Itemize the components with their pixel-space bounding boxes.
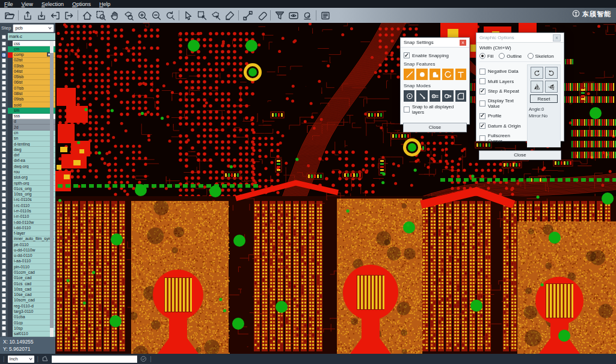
layer-color-swatch[interactable]: [8, 52, 13, 58]
layer-row-05lsb[interactable]: 05lsb: [0, 75, 55, 80]
option-step-repeat[interactable]: Step & Repeat: [479, 88, 525, 94]
layer-color-swatch[interactable]: [8, 41, 13, 46]
layer-row-slot-org[interactable]: slot-org: [0, 175, 55, 180]
layer-color-swatch[interactable]: [8, 276, 13, 281]
layer-row-i-rc-0110s[interactable]: i-rc-0110s: [0, 197, 55, 203]
snap-line-button[interactable]: [404, 69, 414, 80]
layer-color-swatch[interactable]: [8, 192, 13, 197]
layer-row-pin-0110[interactable]: pin-0110: [0, 264, 55, 270]
save-up-icon[interactable]: [20, 9, 34, 22]
width-radio-skeleton[interactable]: Skeleton: [528, 53, 554, 59]
layer-checkbox[interactable]: [2, 259, 6, 264]
layer-checkbox[interactable]: [2, 131, 6, 135]
snap-arc-button[interactable]: [442, 69, 453, 80]
layer-color-swatch[interactable]: [8, 242, 13, 247]
layer-color-swatch[interactable]: [8, 136, 13, 141]
layer-color-swatch[interactable]: [8, 236, 13, 242]
layer-checkbox[interactable]: [2, 293, 6, 297]
rotate-cw-button[interactable]: [531, 67, 543, 79]
layer-checkbox[interactable]: [2, 109, 6, 113]
mode-contour-button[interactable]: [442, 90, 453, 102]
filter-icon[interactable]: [273, 9, 286, 22]
layer-checkbox[interactable]: [2, 147, 6, 152]
layer-color-swatch[interactable]: [8, 231, 13, 236]
layer-row-01cba[interactable]: 01cba: [0, 315, 55, 320]
layer-checkbox[interactable]: [2, 298, 6, 303]
layer-color-swatch[interactable]: [8, 147, 13, 152]
zoom-out-icon[interactable]: [149, 9, 163, 22]
layer-color-swatch[interactable]: [8, 141, 13, 147]
layer-checkbox[interactable]: [2, 282, 6, 286]
layer-color-swatch[interactable]: [8, 281, 13, 286]
layer-checkbox[interactable]: [2, 203, 6, 208]
layer-color-swatch[interactable]: [8, 85, 13, 91]
layer-checkbox[interactable]: [2, 92, 6, 96]
menu-item-selection[interactable]: Selection: [37, 1, 68, 7]
corner-page-icon[interactable]: [42, 354, 49, 364]
layer-checkbox[interactable]: [2, 164, 6, 168]
mode-corner-button[interactable]: [455, 90, 466, 102]
snap-close-button[interactable]: Close: [403, 123, 467, 132]
layer-color-swatch[interactable]: [8, 58, 13, 63]
layer-color-swatch[interactable]: [8, 259, 13, 264]
layer-row-i-rr-0110s[interactable]: i-rr-0110s: [0, 208, 55, 214]
zoom-polygon-icon[interactable]: [122, 9, 135, 22]
layer-row-dwg[interactable]: dwg: [0, 147, 55, 152]
layer-checkbox[interactable]: [2, 103, 6, 107]
layer-row-09lsb[interactable]: 09lsb: [0, 97, 55, 102]
layer-checkbox[interactable]: [2, 142, 6, 146]
option-checkbox[interactable]: [479, 69, 485, 75]
layer-row-03lsb[interactable]: 03lsb: [0, 63, 55, 69]
layer-color-swatch[interactable]: [8, 315, 13, 320]
select-pointer-icon[interactable]: [181, 9, 195, 22]
option-negative-data[interactable]: Negative Data: [479, 69, 525, 75]
layer-color-swatch[interactable]: [8, 320, 13, 325]
menu-item-view[interactable]: View: [17, 1, 37, 7]
layer-checkbox[interactable]: [2, 81, 6, 85]
layer-row-d[interactable]: d: [0, 119, 55, 125]
layer-checkbox[interactable]: [2, 242, 6, 247]
layer-row-inner_auto_film_symb[interactable]: inner_auto_film_symb: [0, 236, 55, 242]
layer-color-swatch[interactable]: [8, 303, 13, 309]
layer-row-f-layer[interactable]: f-layer: [0, 231, 55, 236]
layer-checkbox[interactable]: [2, 237, 6, 241]
option-checkbox[interactable]: [479, 88, 485, 94]
layer-checkbox[interactable]: [2, 254, 6, 258]
layer-row-07lsb[interactable]: 07lsb: [0, 85, 55, 91]
scrollbar-thumb[interactable]: [50, 53, 54, 329]
work-layer-checkbox[interactable]: [2, 35, 6, 39]
select-rect-icon[interactable]: [195, 9, 209, 22]
reset-button[interactable]: Reset: [530, 94, 558, 103]
layer-color-swatch[interactable]: [8, 332, 13, 337]
layer-checkbox[interactable]: [2, 159, 6, 163]
layer-color-swatch[interactable]: [8, 69, 13, 74]
layer-row-10se_cad[interactable]: 10se_cad: [0, 292, 55, 298]
zoom-reset-icon[interactable]: [163, 9, 177, 22]
select-polygon-icon[interactable]: [209, 9, 223, 22]
menu-item-help[interactable]: Help: [95, 1, 115, 7]
option-display-text-value[interactable]: Display Text Value: [479, 98, 525, 109]
radio-dot[interactable]: [479, 53, 485, 59]
layer-row-dxf[interactable]: dxf: [0, 153, 55, 158]
layer-checkbox[interactable]: [2, 86, 6, 90]
layer-color-swatch[interactable]: [8, 197, 13, 203]
option-checkbox[interactable]: [479, 100, 485, 106]
zoom-area-icon[interactable]: [94, 9, 108, 22]
option-checkbox[interactable]: [479, 78, 485, 84]
snap-text-button[interactable]: [455, 69, 466, 80]
layer-checkbox[interactable]: [2, 315, 6, 319]
layer-color-swatch[interactable]: [8, 102, 13, 108]
layer-row-i-rc-0110[interactable]: i-rc-0110: [0, 203, 55, 208]
layer-color-swatch[interactable]: [8, 298, 13, 303]
option-datum-origin[interactable]: Datum & Origin: [479, 123, 525, 129]
layer-color-swatch[interactable]: [8, 180, 13, 186]
layer-row-comp[interactable]: comp: [0, 52, 55, 58]
radio-dot[interactable]: [528, 53, 534, 59]
export-right-icon[interactable]: [62, 9, 76, 22]
layer-row-10scm_cad[interactable]: 10scm_cad: [0, 298, 55, 303]
layer-color-swatch[interactable]: [8, 286, 13, 292]
option-multi-layers[interactable]: Multi Layers: [479, 78, 525, 84]
menu-item-file[interactable]: File: [0, 1, 17, 7]
layer-checkbox[interactable]: [2, 215, 6, 219]
view-options-icon[interactable]: [286, 9, 300, 22]
